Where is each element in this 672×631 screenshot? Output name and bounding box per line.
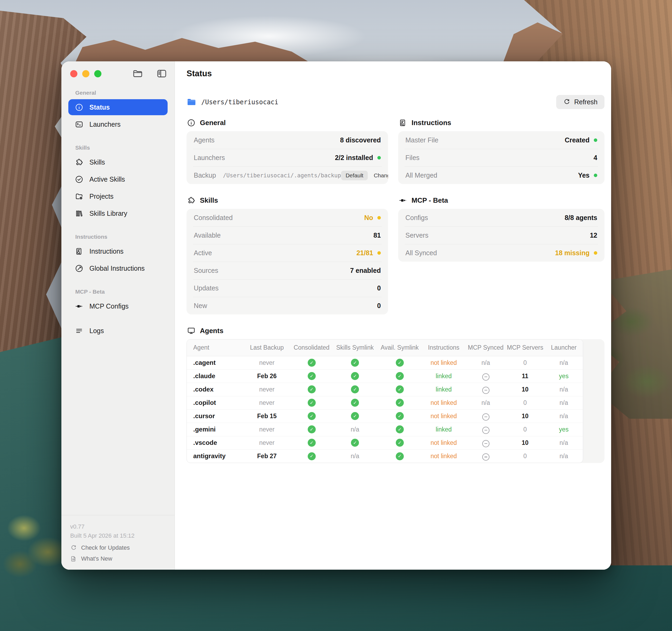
- consolidated-cell: ✓: [291, 449, 332, 463]
- row-label: Sources: [194, 267, 218, 274]
- what-s-new-button[interactable]: What's New: [70, 555, 169, 562]
- agent-name-cell: .gemini: [187, 423, 243, 436]
- card-row-sources: Sources7 enabled: [193, 262, 382, 279]
- cell-value: not linked: [430, 412, 457, 420]
- sidebar-item-label: Skills: [89, 158, 105, 166]
- sidebar-item-active-skills[interactable]: Active Skills: [68, 171, 168, 187]
- dash-circle-icon: [482, 373, 489, 381]
- sidebar-item-instructions[interactable]: Instructions: [68, 243, 168, 259]
- consolidated-cell: ✓: [291, 436, 332, 449]
- row-value: 2/2 installed: [335, 154, 373, 161]
- col-avail-symlink: Avail. Symlink: [378, 339, 422, 356]
- change-button[interactable]: Change: [374, 172, 388, 179]
- sidebar-footer: v0.77 Built 5 Apr 2026 at 15:12 Check fo…: [62, 515, 174, 570]
- table-row: antigravityFeb 27✓n/a✓not linked0n/a: [187, 449, 583, 463]
- close-button[interactable]: [70, 70, 77, 77]
- check-icon: ✓: [308, 359, 316, 367]
- sidebar-item-logs[interactable]: Logs: [68, 323, 168, 339]
- mcp-synced-cell: [466, 369, 506, 383]
- info-icon: [75, 103, 83, 111]
- check-for-updates-button[interactable]: Check for Updates: [70, 544, 169, 551]
- mcp-servers-cell: 10: [506, 409, 545, 423]
- green-status-dot: [594, 138, 597, 142]
- launcher-cell: n/a: [545, 409, 583, 423]
- cell-value: n/a: [560, 359, 568, 366]
- card-body: Configs8/8 agentsServers12All Synced18 m…: [398, 209, 604, 262]
- cell-value: never: [259, 439, 274, 446]
- cell-value: not linked: [430, 439, 457, 446]
- mcp-synced-cell: n/a: [466, 356, 506, 369]
- launcher-cell: n/a: [545, 356, 583, 369]
- agent-name-cell: antigravity: [187, 449, 243, 463]
- sidebar-item-skills-library[interactable]: Skills Library: [68, 205, 168, 221]
- sidebar-item-global-instructions[interactable]: Global Instructions: [68, 260, 168, 276]
- mcp-servers-cell: 11: [506, 369, 545, 383]
- launcher-cell: n/a: [545, 396, 583, 409]
- refresh-button[interactable]: Refresh: [556, 95, 604, 109]
- skills-symlink-cell: ✓: [332, 436, 378, 449]
- table-row: .cursorFeb 15✓✓✓not linked10n/a: [187, 409, 583, 423]
- sidebar-item-label: Logs: [89, 327, 104, 335]
- row-label: All Merged: [405, 172, 437, 179]
- card-row-backup: Backup/Users/tiberiusocaci/.agents/backu…: [193, 167, 382, 184]
- check-icon: ✓: [308, 385, 316, 394]
- col-mcp-synced: MCP Synced: [466, 339, 506, 356]
- agent-name-cell: .copilot: [187, 396, 243, 409]
- sidebar-item-label: Global Instructions: [89, 264, 145, 272]
- last-backup-cell: never: [243, 383, 291, 396]
- launcher-cell: n/a: [545, 449, 583, 463]
- sidebar-item-projects[interactable]: Projects: [68, 188, 168, 204]
- default-badge: Default: [341, 171, 368, 180]
- col-skills-symlink: Skills Symlink: [332, 339, 378, 356]
- puzzle-icon: [75, 158, 83, 167]
- table-row: .claudeFeb 26✓✓✓linked11yes: [187, 369, 583, 383]
- row-actions: DefaultChange: [341, 171, 388, 180]
- cell-value: Feb 15: [257, 412, 277, 420]
- col-consolidated: Consolidated: [291, 339, 332, 356]
- green-status-dot: [594, 174, 597, 177]
- row-value: 18 missing: [555, 249, 590, 257]
- sidebar-item-mcp-configs[interactable]: MCP Configs: [68, 298, 168, 314]
- sidebar-item-status[interactable]: Status: [68, 99, 168, 115]
- agent-name-cell: .claude: [187, 369, 243, 383]
- nav-section: Logs: [68, 323, 168, 339]
- agent-name-cell: .cagent: [187, 356, 243, 369]
- main-content: Status /Users/tiberiusocaci Refresh Gene…: [175, 61, 611, 570]
- col-mcp-servers: MCP Servers: [506, 339, 545, 356]
- minimize-button[interactable]: [82, 70, 89, 77]
- terminal-icon: [75, 120, 83, 129]
- mcp-servers-cell: 0: [506, 423, 545, 436]
- sidebar-item-launchers[interactable]: Launchers: [68, 116, 168, 132]
- card-title: Instructions: [411, 119, 451, 127]
- sidebar-toggle-icon[interactable]: [157, 68, 167, 79]
- cell-value: n/a: [560, 412, 568, 420]
- row-label: All Synced: [405, 249, 437, 257]
- folder-icon[interactable]: [133, 68, 143, 79]
- instructions-cell: linked: [422, 369, 466, 383]
- card-body: Agents8 discoveredLaunchers2/2 installed…: [187, 131, 388, 184]
- row-value: 12: [590, 231, 597, 239]
- cell-value: 0: [523, 453, 527, 459]
- card-title: Skills: [200, 196, 218, 205]
- project-path[interactable]: /Users/tiberiusocaci: [187, 97, 278, 107]
- skills-symlink-cell: n/a: [332, 423, 378, 436]
- check-icon: ✓: [396, 425, 404, 433]
- zoom-button[interactable]: [94, 70, 101, 77]
- app-window: GeneralStatusLaunchersSkillsSkillsActive…: [62, 61, 611, 570]
- sidebar-item-skills[interactable]: Skills: [68, 154, 168, 170]
- col-agent: Agent: [187, 339, 243, 356]
- agent-name-cell: .codex: [187, 383, 243, 396]
- dash-circle-icon: [482, 453, 489, 460]
- check-icon: ✓: [351, 439, 359, 447]
- card-row-new: New0: [193, 297, 382, 314]
- footer-action-label: Check for Updates: [81, 544, 130, 551]
- sidebar-item-label: Projects: [89, 193, 114, 200]
- cell-value: Feb 27: [257, 453, 277, 459]
- col-instructions: Instructions: [422, 339, 466, 356]
- skills-symlink-cell: ✓: [332, 396, 378, 409]
- cell-value: never: [259, 359, 274, 366]
- card-row-active: Active21/81: [193, 244, 382, 262]
- footer-actions: Check for UpdatesWhat's New: [70, 544, 169, 562]
- row-value: 21/81: [356, 249, 373, 257]
- folder-icon: [187, 97, 196, 107]
